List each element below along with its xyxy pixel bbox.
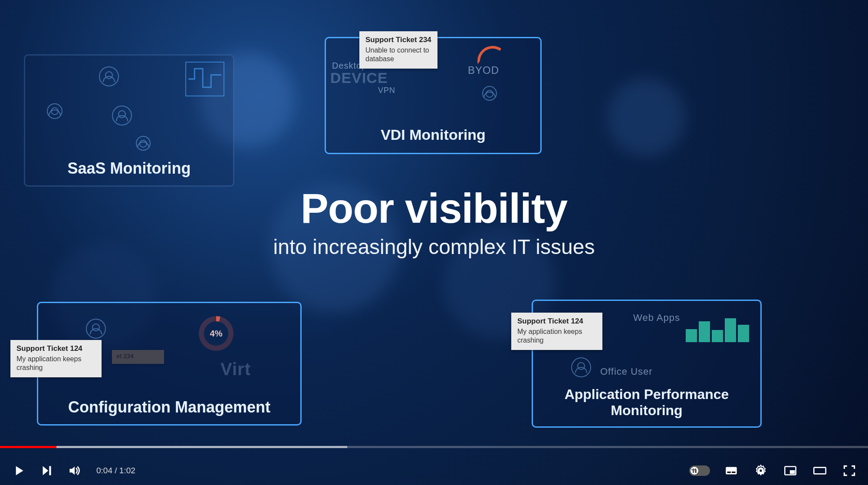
ticket-body: Unable to connect to database bbox=[365, 46, 431, 63]
svg-rect-7 bbox=[814, 468, 825, 474]
user-icon bbox=[112, 106, 132, 125]
ticket-body: My application keeps crashing bbox=[517, 327, 596, 345]
video-frame[interactable]: SaaS Monitoring Desktops DEVICE VPN BYOD… bbox=[0, 0, 868, 485]
gauge-arc-icon bbox=[475, 43, 507, 64]
user-icon bbox=[136, 136, 151, 151]
label-byod: BYOD bbox=[468, 64, 499, 76]
time-separator: / bbox=[112, 466, 119, 475]
user-icon bbox=[482, 86, 497, 101]
next-button[interactable] bbox=[38, 462, 55, 479]
donut-chart-icon: 4% bbox=[199, 316, 233, 351]
play-button[interactable] bbox=[10, 462, 27, 479]
card-title: Configuration Management bbox=[38, 398, 300, 416]
ticket-124-left: Support Ticket 124 My application keeps … bbox=[10, 340, 102, 377]
card-title: VDI Monitoring bbox=[326, 126, 540, 143]
user-icon bbox=[99, 66, 119, 86]
svg-rect-0 bbox=[49, 466, 51, 475]
user-icon bbox=[571, 357, 591, 377]
settings-button[interactable] bbox=[753, 462, 769, 479]
waveform-icon bbox=[185, 62, 224, 96]
headline: Poor visibility into increasingly comple… bbox=[174, 185, 694, 259]
label-virt: Virt bbox=[220, 360, 251, 379]
time-display: 0:04 / 1:02 bbox=[96, 466, 135, 475]
controls-row: 0:04 / 1:02 bbox=[0, 456, 868, 485]
donut-value: 4% bbox=[199, 316, 233, 351]
ticket-title: Support Ticket 124 bbox=[517, 317, 596, 326]
label-device: DEVICE bbox=[330, 69, 388, 86]
ticket-faded: et 234 bbox=[112, 350, 164, 364]
fullscreen-button[interactable] bbox=[841, 462, 858, 479]
ticket-body: My application keeps crashing bbox=[16, 355, 95, 372]
autoplay-toggle[interactable] bbox=[689, 465, 710, 476]
label-officeuser: Office User bbox=[600, 366, 653, 377]
theater-mode-button[interactable] bbox=[812, 462, 828, 479]
duration: 1:02 bbox=[119, 466, 135, 475]
label-vpn: VPN bbox=[378, 86, 395, 95]
headline-line1: Poor visibility bbox=[174, 185, 694, 232]
user-icon bbox=[86, 319, 106, 339]
card-title: Application Performance Monitoring bbox=[533, 386, 760, 419]
ticket-faded-title: et 234 bbox=[116, 353, 160, 360]
subtitles-button[interactable] bbox=[723, 462, 740, 479]
controls-right bbox=[689, 462, 858, 479]
progress-played bbox=[0, 446, 56, 448]
video-player: SaaS Monitoring Desktops DEVICE VPN BYOD… bbox=[0, 0, 868, 485]
card-title: SaaS Monitoring bbox=[25, 159, 233, 178]
headline-line2: into increasingly complex IT issues bbox=[174, 235, 694, 259]
ticket-title: Support Ticket 234 bbox=[365, 36, 431, 44]
ticket-title: Support Ticket 124 bbox=[16, 344, 95, 353]
card-saas-monitoring: SaaS Monitoring bbox=[24, 54, 234, 187]
miniplayer-button[interactable] bbox=[782, 462, 799, 479]
controls-left: 0:04 / 1:02 bbox=[10, 462, 135, 479]
svg-rect-6 bbox=[790, 470, 795, 474]
volume-button[interactable] bbox=[66, 462, 82, 479]
bar-chart-icon bbox=[686, 314, 751, 342]
ticket-124-right: Support Ticket 124 My application keeps … bbox=[511, 313, 602, 350]
player-controls: 0:04 / 1:02 bbox=[0, 446, 868, 485]
svg-rect-3 bbox=[727, 472, 731, 473]
ticket-234: Support Ticket 234 Unable to connect to … bbox=[359, 31, 437, 69]
label-webapps: Web Apps bbox=[633, 312, 680, 323]
progress-bar[interactable] bbox=[0, 446, 868, 448]
svg-rect-4 bbox=[732, 472, 735, 473]
user-icon bbox=[47, 103, 62, 119]
current-time: 0:04 bbox=[96, 466, 112, 475]
